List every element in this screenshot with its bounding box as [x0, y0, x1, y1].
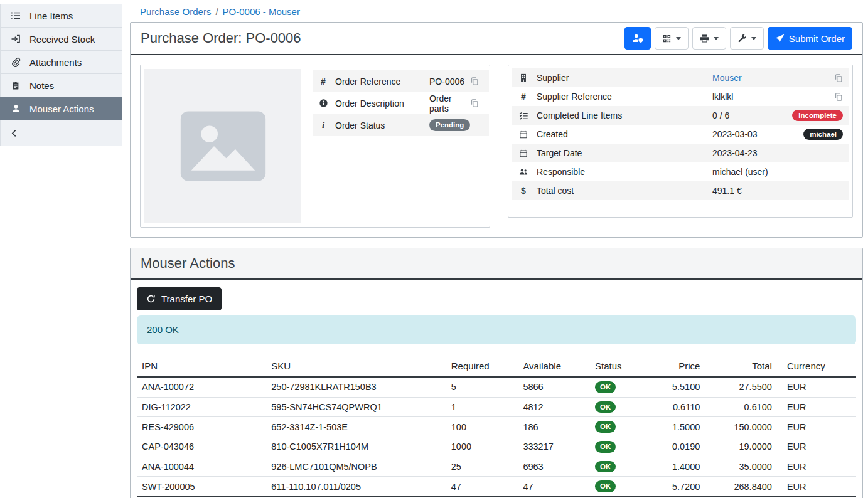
cell-currency: EUR — [777, 457, 856, 477]
sidebar-item-mouser-actions[interactable]: Mouser Actions — [0, 97, 122, 120]
col-status: Status — [590, 356, 648, 377]
detail-value: lklklkl — [712, 92, 834, 102]
sidebar-item-attachments[interactable]: Attachments — [0, 50, 122, 74]
table-row: ANA-100044 926-LMC7101QM5/NOPB 25 6963 O… — [137, 457, 856, 477]
printer-icon — [700, 34, 709, 43]
submit-order-label: Submit Order — [789, 33, 845, 44]
cell-price: 0.6110 — [648, 397, 705, 417]
cell-total: 35.0000 — [705, 457, 777, 477]
barcode-actions-button[interactable] — [655, 27, 689, 50]
status-badge: Pending — [429, 119, 470, 131]
breadcrumb-separator: / — [215, 6, 218, 17]
copy-icon[interactable] — [834, 73, 843, 83]
sidebar-item-notes[interactable]: Notes — [0, 73, 122, 97]
user-icon — [10, 103, 21, 114]
col-available: Available — [518, 356, 590, 377]
tools-icon — [737, 34, 747, 43]
detail-value: 491.1 € — [712, 186, 843, 196]
detail-label: Responsible — [537, 167, 712, 177]
cell-required: 1 — [446, 397, 518, 417]
cell-required: 5 — [446, 377, 518, 397]
sign-in-icon — [10, 34, 21, 44]
detail-label: Total cost — [537, 186, 712, 196]
cell-ipn: ANA-100072 — [137, 377, 266, 397]
detail-label: Target Date — [537, 148, 712, 158]
chevron-down-icon — [714, 37, 719, 40]
cell-currency: EUR — [777, 377, 856, 397]
sidebar-item-line-items[interactable]: Line Items — [0, 4, 122, 28]
total-cost-row: $ Total cost 491.1 € — [512, 181, 849, 200]
purchase-order-panel: Purchase Order: PO-0006 — [130, 22, 863, 238]
dollar-icon: $ — [518, 186, 529, 196]
sidebar-item-label: Line Items — [29, 11, 73, 21]
transfer-po-button[interactable]: Transfer PO — [137, 287, 222, 310]
breadcrumb-link-purchase-orders[interactable]: Purchase Orders — [140, 6, 211, 17]
mouser-actions-header: Mouser Actions — [131, 248, 862, 280]
mouser-actions-panel: Mouser Actions Transfer PO 200 OK — [130, 248, 863, 498]
cell-price: 0.0190 — [648, 437, 705, 457]
col-price: Price — [648, 356, 705, 377]
calendar-icon — [518, 130, 529, 139]
sidebar: Line Items Received Stock Attachments No… — [0, 0, 122, 498]
cell-ipn: RES-429006 — [137, 417, 266, 437]
supplier-row: Supplier Mouser — [512, 68, 849, 87]
supplier-link[interactable]: Mouser — [712, 73, 834, 83]
building-icon — [518, 73, 529, 83]
clipboard-icon — [10, 80, 21, 90]
detail-value: Order parts — [429, 93, 470, 114]
cell-available: 6963 — [518, 457, 590, 477]
cell-required: 25 — [446, 457, 518, 477]
cell-price: 1.4000 — [648, 457, 705, 477]
detail-value: 2023-03-03 — [712, 129, 803, 139]
user-shield-icon — [632, 33, 643, 43]
cell-status: OK — [590, 437, 648, 457]
chevron-left-icon — [10, 129, 19, 138]
mouser-actions-body: Transfer PO 200 OK IPN SKU Required Avai… — [131, 280, 862, 498]
order-info-card: # Order Reference PO-0006 Order Descri — [140, 65, 490, 228]
chevron-down-icon — [676, 37, 681, 40]
table-header-row: IPN SKU Required Available Status Price … — [137, 356, 856, 377]
ok-badge: OK — [595, 421, 616, 433]
cell-currency: EUR — [777, 417, 856, 437]
cell-sku: 250-72981KLRATR150B3 — [266, 377, 446, 397]
submit-order-button[interactable]: Submit Order — [768, 27, 852, 50]
cell-sku: 810-C1005X7R1H104M — [266, 437, 446, 457]
cell-total: 0.6100 — [705, 397, 777, 417]
detail-label: Completed Line Items — [537, 110, 712, 120]
ok-badge: OK — [595, 381, 616, 393]
print-actions-button[interactable] — [692, 27, 726, 50]
ok-badge: OK — [595, 480, 616, 492]
sidebar-item-label: Received Stock — [29, 34, 95, 45]
order-description-row: Order Description Order parts — [313, 92, 489, 114]
detail-value: 2023-04-23 — [712, 148, 843, 158]
copy-icon[interactable] — [470, 77, 484, 86]
sidebar-item-received-stock[interactable]: Received Stock — [0, 27, 122, 51]
col-ipn: IPN — [137, 356, 266, 377]
sidebar-item-label: Attachments — [29, 57, 82, 68]
supplier-actions-button[interactable] — [624, 27, 651, 50]
target-date-row: Target Date 2023-04-23 — [512, 144, 849, 162]
breadcrumb-link-current[interactable]: PO-0006 - Mouser — [223, 6, 300, 17]
cell-status: OK — [590, 397, 648, 417]
order-reference-row: # Order Reference PO-0006 — [313, 70, 489, 92]
copy-icon[interactable] — [470, 98, 484, 108]
users-icon — [518, 167, 529, 176]
cell-required: 100 — [446, 417, 518, 437]
list-icon — [10, 11, 21, 21]
breadcrumb: Purchase Orders/PO-0006 - Mouser — [130, 5, 863, 22]
cell-ipn: SWT-200005 — [137, 477, 266, 497]
supplier-reference-row: # Supplier Reference lklklkl — [512, 87, 849, 106]
sidebar-collapse-button[interactable] — [0, 120, 122, 146]
cell-price: 1.5000 — [648, 417, 705, 437]
user-badge: michael — [803, 129, 843, 140]
order-actions-button[interactable] — [730, 27, 764, 50]
refresh-icon — [146, 294, 156, 304]
detail-value: PO-0006 — [429, 77, 470, 87]
cell-sku: 595-SN74HCS74QPWRQ1 — [266, 397, 446, 417]
order-status-row: i Order Status Pending — [313, 114, 489, 136]
copy-icon[interactable] — [834, 92, 843, 102]
image-icon — [178, 108, 269, 184]
responsible-row: Responsible michael (user) — [512, 162, 849, 181]
table-row: CAP-043046 810-C1005X7R1H104M 1000 33321… — [137, 437, 856, 457]
cell-ipn: DIG-112022 — [137, 397, 266, 417]
